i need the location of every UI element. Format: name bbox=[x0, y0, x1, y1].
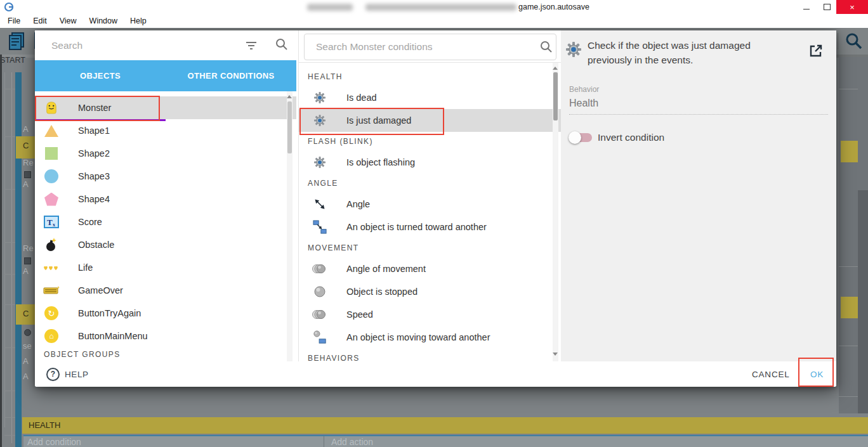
behavior-gear-icon bbox=[566, 42, 581, 60]
comment-row bbox=[841, 141, 858, 162]
condition-description: Check if the object was just damaged pre… bbox=[588, 38, 778, 67]
minimize-button[interactable] bbox=[797, 0, 816, 14]
object-item-buttontryagain[interactable]: ↻ ButtonTryAgain bbox=[35, 302, 296, 325]
maximize-button[interactable] bbox=[817, 0, 836, 14]
square-icon bbox=[43, 145, 60, 162]
objects-scrollbar-thumb[interactable] bbox=[287, 101, 292, 153]
scroll-down-icon[interactable] bbox=[553, 353, 558, 356]
object-label: ButtonMainMenu bbox=[78, 331, 148, 341]
event-text-fragment: se bbox=[23, 341, 32, 351]
retry-button-icon: ↻ bbox=[43, 304, 60, 322]
scroll-up-icon[interactable] bbox=[553, 67, 558, 70]
object-item-shape4[interactable]: Shape4 bbox=[35, 188, 296, 211]
search-icon[interactable] bbox=[539, 40, 553, 56]
tree-tick bbox=[4, 136, 15, 137]
health-comment-row[interactable]: HEALTH bbox=[22, 417, 868, 434]
condition-item-angle[interactable]: Angle bbox=[299, 193, 562, 216]
behavior-gear-icon bbox=[312, 154, 328, 171]
object-item-shape2[interactable]: Shape2 bbox=[35, 142, 296, 165]
triangle-icon bbox=[43, 122, 60, 139]
event-text-fragment: A bbox=[23, 372, 29, 381]
condition-item-turned-toward[interactable]: An object is turned toward another bbox=[299, 216, 562, 238]
add-action-button[interactable]: Add action bbox=[331, 437, 373, 447]
behavior-label: Behavior bbox=[569, 85, 599, 94]
scroll-up-icon[interactable] bbox=[287, 95, 292, 98]
choose-condition-dialog: OBJECTS OTHER CONDITIONS Monster Shape1 bbox=[35, 30, 836, 387]
close-button[interactable]: × bbox=[836, 0, 868, 14]
circle-icon bbox=[43, 167, 60, 185]
filter-icon[interactable] bbox=[244, 39, 258, 54]
menu-help[interactable]: Help bbox=[125, 15, 152, 27]
search-toolbar-icon[interactable] bbox=[844, 31, 864, 51]
objects-search-input[interactable] bbox=[50, 37, 237, 55]
text-object-icon: Tx bbox=[43, 213, 60, 231]
tree-tick bbox=[4, 274, 15, 275]
add-condition-button[interactable]: Add condition bbox=[27, 437, 81, 447]
behavior-value[interactable]: Health bbox=[569, 98, 598, 109]
event-tree-guide bbox=[4, 72, 5, 427]
ok-button[interactable]: OK bbox=[805, 361, 829, 387]
picker-tab-bar: OBJECTS OTHER CONDITIONS bbox=[35, 60, 296, 91]
condition-item-moving-toward[interactable]: An object is moving toward another bbox=[299, 326, 562, 349]
condition-label: Object is stopped bbox=[346, 287, 418, 297]
project-manager-icon[interactable] bbox=[8, 31, 28, 51]
object-item-obstacle[interactable]: Obstacle bbox=[35, 233, 296, 256]
conditions-list: HEALTH Is dead Is just damaged FLASH (BL… bbox=[299, 63, 562, 366]
home-button-icon: ⌂ bbox=[43, 327, 60, 345]
condition-item-speed[interactable]: Speed bbox=[299, 303, 562, 326]
object-item-buttonmainmenu[interactable]: ⌂ ButtonMainMenu bbox=[35, 325, 296, 347]
menu-file[interactable]: File bbox=[3, 15, 25, 27]
event-row-line bbox=[839, 89, 858, 89]
condition-item-is-object-flashing[interactable]: Is object flashing bbox=[299, 151, 562, 174]
event-indent-bar bbox=[15, 72, 22, 447]
help-button[interactable]: ? HELP bbox=[46, 361, 89, 387]
window-title: game.json.autosave bbox=[518, 3, 589, 11]
health-comment-label: HEALTH bbox=[29, 420, 60, 430]
cancel-button[interactable]: CANCEL bbox=[747, 361, 795, 387]
app-stage: START A C Re A Re A C se A A bbox=[0, 28, 868, 447]
event-text-fragment: A bbox=[23, 356, 29, 366]
condition-item-is-just-damaged[interactable]: Is just damaged bbox=[299, 109, 562, 132]
condition-item-angle-of-movement[interactable]: Angle of movement bbox=[299, 257, 562, 280]
open-external-icon[interactable] bbox=[808, 43, 824, 61]
behavior-gear-icon bbox=[312, 112, 328, 129]
event-row-line bbox=[839, 346, 858, 346]
object-item-life[interactable]: Life bbox=[35, 256, 296, 279]
event-row-line bbox=[839, 396, 858, 397]
conditions-search-input[interactable] bbox=[315, 39, 527, 55]
menu-edit[interactable]: Edit bbox=[28, 15, 52, 27]
svg-text:x: x bbox=[53, 222, 55, 228]
redacted-title-segment bbox=[365, 4, 516, 11]
add-condition-action-row: Add condition Add action bbox=[23, 435, 868, 447]
menu-window[interactable]: Window bbox=[84, 15, 122, 27]
events-scrollbar[interactable] bbox=[858, 190, 868, 413]
event-text-fragment: A bbox=[23, 124, 29, 134]
object-label: GameOver bbox=[78, 285, 123, 295]
panel-edge bbox=[0, 55, 2, 447]
object-label: Life bbox=[78, 262, 93, 273]
monster-icon bbox=[43, 99, 60, 117]
pentagon-icon bbox=[43, 190, 60, 208]
object-item-gameover[interactable]: GameOver bbox=[35, 279, 296, 302]
tab-objects[interactable]: OBJECTS bbox=[35, 60, 166, 91]
object-item-shape3[interactable]: Shape3 bbox=[35, 165, 296, 188]
condition-item-object-is-stopped[interactable]: Object is stopped bbox=[299, 280, 562, 303]
event-tree-guide bbox=[11, 72, 12, 443]
movement-circles-icon bbox=[312, 306, 328, 323]
condition-item-is-dead[interactable]: Is dead bbox=[299, 86, 562, 109]
tab-other-conditions[interactable]: OTHER CONDITIONS bbox=[166, 60, 296, 91]
search-icon[interactable] bbox=[275, 37, 289, 54]
object-groups-header: OBJECT GROUPS bbox=[35, 347, 296, 361]
section-header-movement: MOVEMENT bbox=[299, 238, 562, 257]
object-item-monster[interactable]: Monster bbox=[35, 96, 296, 119]
banner-icon bbox=[43, 282, 60, 299]
invert-condition-toggle[interactable] bbox=[570, 133, 592, 142]
object-item-shape1[interactable]: Shape1 bbox=[35, 119, 296, 142]
object-item-score[interactable]: Tx Score bbox=[35, 211, 296, 233]
event-icon bbox=[24, 257, 31, 264]
menu-view[interactable]: View bbox=[55, 15, 82, 27]
app-logo-icon bbox=[4, 2, 14, 15]
conditions-scrollbar-thumb[interactable] bbox=[553, 72, 558, 120]
condition-label: An object is moving toward another bbox=[346, 332, 490, 342]
moving-toward-icon bbox=[312, 329, 328, 346]
